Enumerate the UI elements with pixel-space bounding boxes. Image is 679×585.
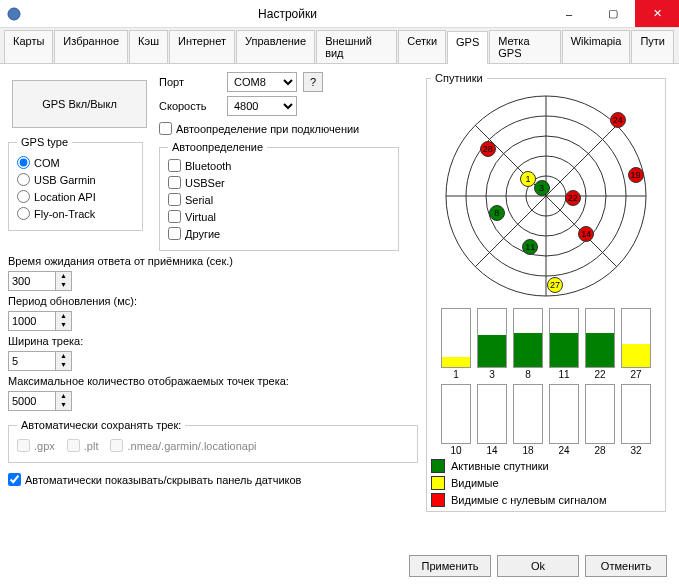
tab-избранное[interactable]: Избранное [54,30,128,63]
gps-type-radio[interactable] [17,207,30,220]
speed-label: Скорость [159,100,221,112]
legend-visible-box [431,476,445,490]
maximize-button[interactable]: ▢ [591,0,635,27]
tab-wikimapia[interactable]: Wikimapia [562,30,631,63]
signal-bar [513,384,543,444]
signal-bar-label: 24 [549,445,579,456]
port-help-button[interactable]: ? [303,72,323,92]
cancel-button[interactable]: Отменить [585,555,667,577]
signal-bar-label: 14 [477,445,507,456]
signal-bar [441,384,471,444]
signal-bar-label: 11 [549,369,579,380]
signal-bar [585,308,615,368]
autoshow-label: Автоматически показывать/скрывать панель… [25,474,301,486]
tab-внешний вид[interactable]: Внешний вид [316,30,397,63]
speed-select[interactable]: 4800 [227,96,297,116]
tab-сетки[interactable]: Сетки [398,30,446,63]
signal-bar [585,384,615,444]
autodetect-checkbox[interactable] [168,210,181,223]
port-select[interactable]: COM8 [227,72,297,92]
minimize-button[interactable]: – [547,0,591,27]
tab-пути[interactable]: Пути [631,30,674,63]
autoconnect-checkbox[interactable] [159,122,172,135]
legend-zero-label: Видимые с нулевым сигналом [451,494,607,506]
tab-управление[interactable]: Управление [236,30,315,63]
wait-spinner[interactable]: ▲▼ [8,271,72,291]
autodetect-checkbox[interactable] [168,227,181,240]
autosave-legend: Автоматически сохранять трек: [17,419,185,431]
signal-bar [621,384,651,444]
autodetect-checkbox[interactable] [168,159,181,172]
gps-type-legend: GPS type [17,136,72,148]
tabs: КартыИзбранноеКэшИнтернетУправлениеВнешн… [0,28,679,64]
period-spinner[interactable]: ▲▼ [8,311,72,331]
signal-bar [621,308,651,368]
tab-метка gps[interactable]: Метка GPS [489,30,560,63]
signal-bar-label: 1 [441,369,471,380]
tab-gps[interactable]: GPS [447,31,488,64]
signal-bar-label: 27 [621,369,651,380]
maxpoints-label: Максимальное количество отображаемых точ… [8,375,418,387]
close-button[interactable]: ✕ [635,0,679,27]
signal-bar [549,384,579,444]
autosave-format-checkbox[interactable] [17,439,30,452]
autodetect-checkbox[interactable] [168,176,181,189]
wait-label: Время ожидания ответа от приёмника (сек.… [8,255,418,267]
signal-bar [549,308,579,368]
signal-bar [477,384,507,444]
signal-bar-label: 22 [585,369,615,380]
autodetect-legend: Автоопределение [168,141,267,153]
signal-bar-label: 28 [585,445,615,456]
satellite-node: 27 [547,277,563,293]
signal-bar-label: 3 [477,369,507,380]
satellite-node: 24 [610,112,626,128]
gps-type-radio[interactable] [17,190,30,203]
satellite-radar: 24281319228111427 [434,90,658,302]
autosave-format-checkbox[interactable] [110,439,123,452]
signal-bar [477,308,507,368]
maxpoints-spinner[interactable]: ▲▼ [8,391,72,411]
gps-type-radio[interactable] [17,156,30,169]
gps-toggle-button[interactable]: GPS Вкл/Выкл [12,80,147,128]
legend-zero-box [431,493,445,507]
legend-visible-label: Видимые [451,477,499,489]
app-icon [6,6,22,22]
autosave-format-checkbox[interactable] [67,439,80,452]
satellite-node: 28 [480,141,496,157]
signal-bar-label: 8 [513,369,543,380]
tab-карты[interactable]: Карты [4,30,53,63]
legend-active-label: Активные спутники [451,460,549,472]
tab-кэш[interactable]: Кэш [129,30,168,63]
svg-point-0 [8,8,20,20]
gps-type-radio[interactable] [17,173,30,186]
window-title: Настройки [28,7,547,21]
period-label: Период обновления (мс): [8,295,418,307]
signal-bar-label: 10 [441,445,471,456]
signal-bar-label: 32 [621,445,651,456]
tab-интернет[interactable]: Интернет [169,30,235,63]
signal-bar [441,308,471,368]
signal-bar [513,308,543,368]
ok-button[interactable]: Ok [497,555,579,577]
trackwidth-spinner[interactable]: ▲▼ [8,351,72,371]
legend-active-box [431,459,445,473]
signal-bar-label: 18 [513,445,543,456]
satellite-node: 3 [534,180,550,196]
satellite-node: 8 [489,205,505,221]
titlebar: Настройки – ▢ ✕ [0,0,679,28]
autoconnect-label: Автоопределение при подключении [176,123,359,135]
autoshow-checkbox[interactable] [8,473,21,486]
port-label: Порт [159,76,221,88]
satellites-legend: Спутники [431,72,487,84]
satellite-node: 19 [628,167,644,183]
autodetect-checkbox[interactable] [168,193,181,206]
apply-button[interactable]: Применить [409,555,491,577]
trackwidth-label: Ширина трека: [8,335,418,347]
satellite-node: 22 [565,190,581,206]
